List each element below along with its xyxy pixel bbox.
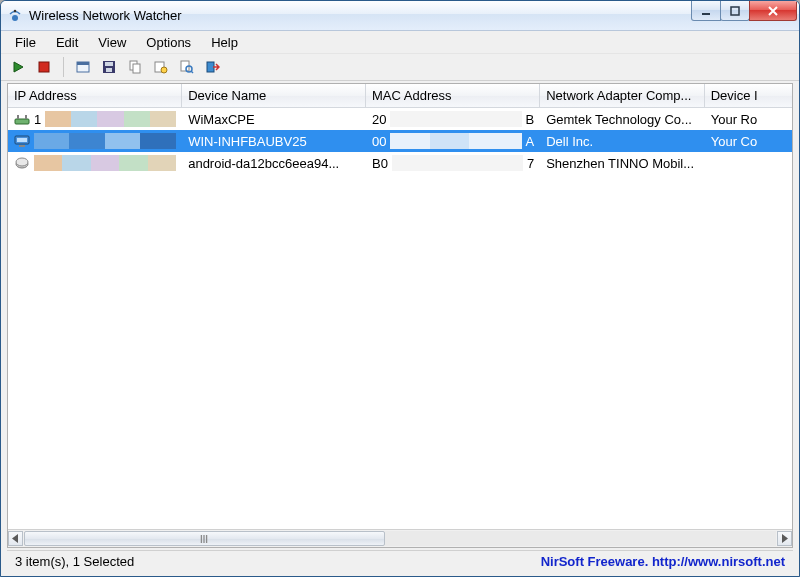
mac-suffix: B (526, 112, 535, 127)
properties-icon (76, 60, 90, 74)
close-button[interactable] (749, 1, 797, 21)
cell-mac: 00 A (366, 133, 540, 149)
cell-info: Your Ro (705, 112, 792, 127)
options-icon (154, 60, 168, 74)
redacted-ip (34, 133, 176, 149)
minimize-button[interactable] (691, 1, 721, 21)
save-icon (102, 60, 116, 74)
device-icon (14, 155, 30, 171)
horizontal-scrollbar[interactable] (8, 529, 792, 547)
exit-icon (206, 60, 220, 74)
app-icon (7, 8, 23, 24)
main-window: Wireless Network Watcher File Edit View … (0, 0, 800, 577)
svg-rect-18 (207, 62, 214, 72)
cell-ip (8, 155, 182, 171)
play-icon (11, 60, 25, 74)
menu-edit[interactable]: Edit (46, 33, 88, 52)
svg-point-26 (16, 158, 28, 166)
svg-rect-3 (731, 7, 739, 15)
title-bar[interactable]: Wireless Network Watcher (1, 1, 799, 31)
table-row[interactable]: 1 WiMaxCPE 20 B Gemtek Technology Co... … (8, 108, 792, 130)
window-title: Wireless Network Watcher (29, 8, 182, 23)
svg-marker-27 (12, 534, 18, 543)
menu-options[interactable]: Options (136, 33, 201, 52)
mac-prefix: B0 (372, 156, 388, 171)
svg-marker-4 (14, 62, 23, 72)
scroll-track[interactable] (24, 531, 776, 546)
redacted-ip (34, 155, 176, 171)
col-header-adapter[interactable]: Network Adapter Comp... (540, 84, 705, 107)
maximize-button[interactable] (720, 1, 750, 21)
svg-line-17 (191, 71, 193, 73)
mac-prefix: 00 (372, 134, 386, 149)
svg-rect-9 (105, 62, 113, 66)
properties-button[interactable] (72, 56, 94, 78)
find-button[interactable] (176, 56, 198, 78)
col-header-device-info[interactable]: Device I (705, 84, 792, 107)
svg-point-14 (161, 67, 167, 73)
redacted-mac (390, 133, 521, 149)
menu-file[interactable]: File (5, 33, 46, 52)
cell-ip (8, 133, 182, 149)
chevron-left-icon (12, 534, 19, 543)
stop-button[interactable] (33, 56, 55, 78)
cell-adapter: Gemtek Technology Co... (540, 112, 705, 127)
copy-icon (128, 60, 142, 74)
redacted-mac (392, 155, 523, 171)
svg-rect-24 (19, 145, 25, 147)
svg-point-1 (14, 9, 17, 12)
scroll-left-button[interactable] (8, 531, 23, 546)
svg-rect-19 (15, 119, 29, 124)
window-controls (692, 1, 799, 23)
list-body[interactable]: 1 WiMaxCPE 20 B Gemtek Technology Co... … (8, 108, 792, 529)
svg-rect-7 (77, 62, 89, 65)
redacted-mac (390, 111, 521, 127)
cell-adapter: Shenzhen TINNO Mobil... (540, 156, 705, 171)
copy-button[interactable] (124, 56, 146, 78)
svg-rect-21 (25, 115, 27, 119)
status-text: 3 item(s), 1 Selected (15, 554, 134, 569)
table-row[interactable]: WIN-INHFBAUBV25 00 A Dell Inc. Your Co (8, 130, 792, 152)
toolbar-separator (63, 57, 64, 77)
col-header-device-name[interactable]: Device Name (182, 84, 366, 107)
svg-rect-23 (17, 138, 27, 142)
options-button[interactable] (150, 56, 172, 78)
cell-info: Your Co (705, 134, 792, 149)
exit-button[interactable] (202, 56, 224, 78)
table-row[interactable]: android-da12bcc6eea94... B0 7 Shenzhen T… (8, 152, 792, 174)
save-button[interactable] (98, 56, 120, 78)
cell-ip: 1 (8, 111, 182, 127)
menu-view[interactable]: View (88, 33, 136, 52)
status-bar: 3 item(s), 1 Selected NirSoft Freeware. … (7, 550, 793, 572)
cell-device-name: WIN-INHFBAUBV25 (182, 134, 366, 149)
toolbar (1, 53, 799, 81)
col-header-mac[interactable]: MAC Address (366, 84, 540, 107)
ip-prefix: 1 (34, 112, 41, 127)
col-header-ip[interactable]: IP Address (8, 84, 182, 107)
vendor-link[interactable]: NirSoft Freeware. http://www.nirsoft.net (541, 554, 785, 569)
redacted-ip (45, 111, 176, 127)
mac-suffix: A (526, 134, 535, 149)
scroll-right-button[interactable] (777, 531, 792, 546)
menu-help[interactable]: Help (201, 33, 248, 52)
svg-rect-20 (17, 115, 19, 119)
cell-device-name: android-da12bcc6eea94... (182, 156, 366, 171)
cell-device-name: WiMaxCPE (182, 112, 366, 127)
computer-icon (14, 133, 30, 149)
find-icon (180, 60, 194, 74)
list-view[interactable]: IP Address Device Name MAC Address Netwo… (7, 83, 793, 548)
svg-point-0 (12, 15, 18, 21)
router-icon (14, 111, 30, 127)
scroll-thumb[interactable] (24, 531, 385, 546)
grip-icon (25, 532, 384, 545)
cell-mac: B0 7 (366, 155, 540, 171)
svg-rect-5 (39, 62, 49, 72)
play-button[interactable] (7, 56, 29, 78)
menu-bar: File Edit View Options Help (1, 31, 799, 53)
cell-adapter: Dell Inc. (540, 134, 705, 149)
svg-rect-10 (106, 68, 112, 72)
mac-suffix: 7 (527, 156, 534, 171)
chevron-right-icon (781, 534, 788, 543)
svg-rect-12 (133, 64, 140, 73)
column-headers: IP Address Device Name MAC Address Netwo… (8, 84, 792, 108)
